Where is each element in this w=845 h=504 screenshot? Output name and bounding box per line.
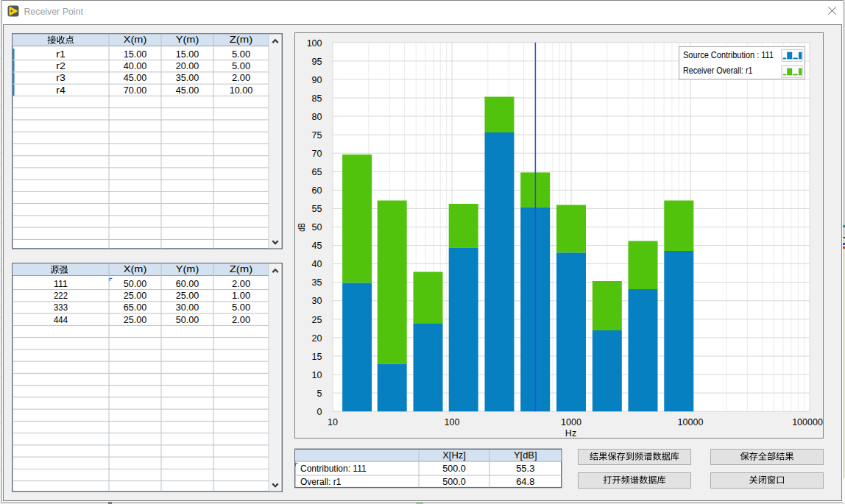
svg-text:100: 100 xyxy=(307,38,322,49)
svg-text:r4: r4 xyxy=(56,85,66,96)
svg-text:15.00: 15.00 xyxy=(176,49,199,60)
svg-text:r3: r3 xyxy=(56,73,66,83)
svg-text:45: 45 xyxy=(312,241,322,251)
svg-text:10000: 10000 xyxy=(678,417,704,427)
svg-text:25.00: 25.00 xyxy=(124,315,147,325)
svg-text:65.00: 65.00 xyxy=(124,302,147,313)
svg-text:2.00: 2.00 xyxy=(232,315,250,325)
svg-text:1.00: 1.00 xyxy=(232,291,250,301)
svg-text:Hz: Hz xyxy=(565,428,576,439)
svg-text:333: 333 xyxy=(54,302,68,313)
svg-text:60: 60 xyxy=(312,185,322,196)
svg-text:Y[dB]: Y[dB] xyxy=(514,450,537,461)
svg-text:100: 100 xyxy=(445,417,460,427)
svg-text:70: 70 xyxy=(312,149,322,159)
svg-text:1000: 1000 xyxy=(561,417,581,427)
svg-text:95: 95 xyxy=(312,57,322,67)
svg-text:90: 90 xyxy=(312,75,322,85)
svg-text:r2: r2 xyxy=(56,61,66,71)
svg-text:45.00: 45.00 xyxy=(124,73,147,83)
svg-text:Contribution: 111: Contribution: 111 xyxy=(300,464,367,474)
svg-text:30: 30 xyxy=(312,296,322,306)
svg-text:20.00: 20.00 xyxy=(176,61,199,71)
svg-text:X(m): X(m) xyxy=(124,35,147,45)
svg-text:Receiver Point: Receiver Point xyxy=(24,7,83,17)
svg-text:40.00: 40.00 xyxy=(124,61,147,71)
svg-text:64.8: 64.8 xyxy=(516,477,534,487)
svg-text:222: 222 xyxy=(54,291,68,301)
svg-text:Y(m): Y(m) xyxy=(176,35,199,45)
svg-text:70.00: 70.00 xyxy=(124,85,147,96)
svg-text:35: 35 xyxy=(312,277,322,288)
svg-text:50.00: 50.00 xyxy=(124,279,147,289)
svg-text:40: 40 xyxy=(312,259,322,269)
svg-text:50: 50 xyxy=(312,222,322,233)
svg-text:Source Contribution : 111: Source Contribution : 111 xyxy=(683,50,774,60)
svg-text:5: 5 xyxy=(317,388,322,399)
svg-text:15: 15 xyxy=(312,352,322,362)
svg-text:25.00: 25.00 xyxy=(124,291,147,301)
svg-text:30.00: 30.00 xyxy=(176,302,199,313)
svg-text:Z(m): Z(m) xyxy=(230,35,253,45)
svg-text:X[Hz]: X[Hz] xyxy=(442,450,466,461)
svg-text:5.00: 5.00 xyxy=(232,49,250,60)
svg-text:2.00: 2.00 xyxy=(232,73,250,83)
svg-text:45.00: 45.00 xyxy=(176,85,199,96)
svg-text:65: 65 xyxy=(312,167,322,177)
svg-text:500.0: 500.0 xyxy=(442,477,466,487)
svg-text:10: 10 xyxy=(312,370,322,380)
svg-text:80: 80 xyxy=(312,112,322,122)
svg-text:15.00: 15.00 xyxy=(124,49,147,60)
svg-text:25: 25 xyxy=(312,315,322,325)
svg-text:35.00: 35.00 xyxy=(176,73,199,83)
svg-text:r1: r1 xyxy=(56,49,66,60)
svg-text:Overall: r1: Overall: r1 xyxy=(300,477,342,487)
svg-text:55.3: 55.3 xyxy=(516,464,534,474)
svg-text:5.00: 5.00 xyxy=(232,302,250,313)
svg-text:55: 55 xyxy=(312,204,322,214)
svg-text:10: 10 xyxy=(328,417,338,427)
svg-text:5.00: 5.00 xyxy=(232,61,250,71)
svg-text:0: 0 xyxy=(317,407,322,417)
svg-text:100000: 100000 xyxy=(792,417,823,427)
svg-text:500.0: 500.0 xyxy=(442,464,466,474)
svg-text:60.00: 60.00 xyxy=(176,279,199,289)
svg-text:dB: dB xyxy=(297,223,307,232)
svg-text:85: 85 xyxy=(312,93,322,104)
svg-text:111: 111 xyxy=(54,279,68,289)
svg-text:Receiver Overall: r1: Receiver Overall: r1 xyxy=(683,65,753,76)
svg-text:75: 75 xyxy=(312,130,322,141)
svg-text:25.00: 25.00 xyxy=(176,291,199,301)
svg-text:10.00: 10.00 xyxy=(230,85,253,96)
svg-text:Y(m): Y(m) xyxy=(176,264,199,274)
svg-text:2.00: 2.00 xyxy=(232,279,250,289)
svg-text:Z(m): Z(m) xyxy=(230,264,253,274)
svg-text:444: 444 xyxy=(54,315,68,325)
svg-text:20: 20 xyxy=(312,333,322,344)
svg-text:50.00: 50.00 xyxy=(176,315,199,325)
svg-text:X(m): X(m) xyxy=(124,264,147,274)
